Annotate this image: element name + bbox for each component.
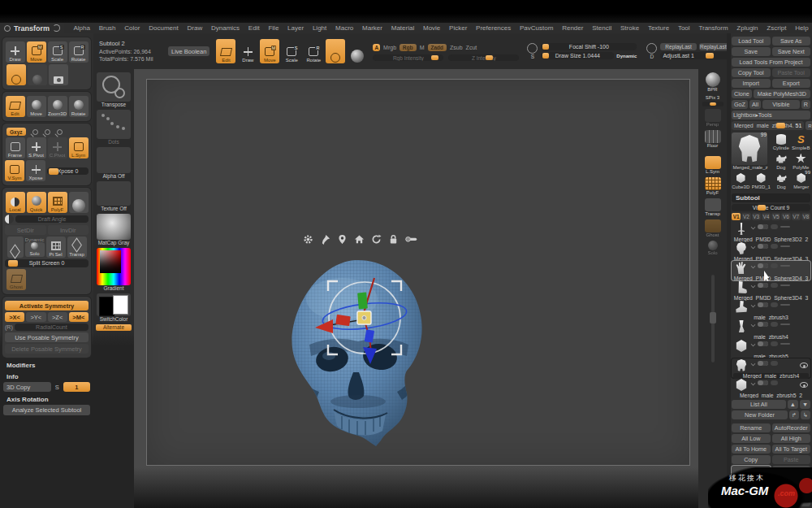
magnify-icon[interactable] bbox=[32, 129, 38, 135]
point-select-button[interactable]: Pt Sel bbox=[46, 237, 66, 258]
gyro-toggle-button[interactable] bbox=[326, 39, 345, 63]
load-tool-button[interactable]: Load Tool bbox=[732, 37, 771, 46]
clone-button[interactable]: Clone bbox=[732, 89, 752, 98]
zadd-button[interactable]: Zadd bbox=[428, 44, 447, 51]
rotate-canvas-button[interactable]: Rotate bbox=[69, 96, 89, 117]
perspective-button[interactable]: Persp bbox=[701, 109, 725, 128]
rgb-intensity-handle[interactable] bbox=[431, 55, 438, 60]
subtool-item[interactable]: Merged_male_zbrush5_2 bbox=[732, 378, 810, 397]
document-area[interactable] bbox=[146, 79, 690, 466]
xpose-slider[interactable]: Xpose 0 bbox=[47, 167, 89, 175]
insert-button[interactable]: Insert bbox=[772, 476, 811, 485]
axis-rotation-heading[interactable]: Axis Rotation bbox=[6, 396, 93, 403]
draw-pointer-button[interactable]: Draw bbox=[238, 39, 257, 63]
adjust-last-handle[interactable] bbox=[706, 53, 714, 59]
local-symmetry-button[interactable]: L.Sym bbox=[69, 137, 89, 158]
scale-mode-button[interactable]: SScale bbox=[48, 41, 67, 63]
spix-slider[interactable]: SPix 3 bbox=[701, 95, 725, 106]
save-as-button[interactable]: Save As bbox=[772, 37, 811, 46]
gyro-button[interactable] bbox=[6, 64, 26, 85]
menu-render[interactable]: Render bbox=[558, 24, 588, 32]
spix-slider-track[interactable] bbox=[702, 102, 723, 106]
modifiers-heading[interactable]: Modifiers bbox=[6, 362, 93, 369]
export-button[interactable]: Export bbox=[772, 79, 811, 88]
move-canvas-button[interactable]: Move bbox=[27, 96, 46, 117]
split-screen-slider[interactable]: Split Screen 0 bbox=[5, 259, 89, 267]
material-selector[interactable]: MatCap Gray bbox=[96, 214, 132, 246]
import-button[interactable]: Import bbox=[732, 79, 771, 88]
info-heading[interactable]: Info bbox=[6, 373, 93, 380]
lock-icon[interactable] bbox=[388, 234, 399, 245]
all-to-target-button[interactable]: All To Target bbox=[772, 445, 811, 454]
duplicate-button[interactable]: Duplicate bbox=[732, 466, 771, 485]
zoom3d-button[interactable]: Zoom3D bbox=[48, 96, 67, 117]
autoreorder-button[interactable]: AutoReorder bbox=[772, 423, 811, 432]
reset-icon[interactable] bbox=[371, 234, 382, 245]
magnify-icon[interactable] bbox=[57, 129, 63, 135]
activate-symmetry-button[interactable]: Activate Symmetry bbox=[5, 301, 89, 310]
del-all-button[interactable]: Del All bbox=[772, 497, 811, 506]
spix-handle[interactable] bbox=[710, 102, 716, 106]
m-button[interactable]: M bbox=[420, 45, 425, 50]
transform-palette-header[interactable]: Transform bbox=[0, 23, 64, 33]
texture-selector[interactable]: Texture Off bbox=[96, 181, 132, 212]
zcut-button[interactable]: Zcut bbox=[466, 45, 477, 50]
list-all-button[interactable]: List All bbox=[732, 400, 786, 409]
move-mode-button[interactable]: MMove bbox=[27, 41, 46, 63]
move-down-button[interactable]: ▼ bbox=[800, 400, 810, 409]
tool-thumb-cylinder[interactable]: Cylinde bbox=[771, 132, 791, 151]
menu-material[interactable]: Material bbox=[387, 24, 418, 32]
live-boolean-button[interactable]: Live Boolean bbox=[168, 46, 209, 56]
sym-m-button[interactable]: >M< bbox=[69, 312, 89, 322]
home-icon[interactable] bbox=[354, 234, 365, 245]
frame-button[interactable]: Frame bbox=[6, 137, 25, 158]
z-intensity-slider[interactable]: Z Intensity bbox=[448, 54, 519, 61]
stroke-dots[interactable]: Dots bbox=[96, 110, 132, 145]
draw-mode-button[interactable]: Draw bbox=[6, 41, 25, 63]
subtool-item-active[interactable]: Merged_male_zbrush4 bbox=[732, 358, 810, 378]
load-tools-from-project-button[interactable]: Load Tools From Project bbox=[732, 58, 810, 67]
subtool-item[interactable]: Merged_PM3D_Sphere3D4_3 bbox=[732, 241, 810, 261]
menu-zscript[interactable]: Zscript bbox=[762, 24, 791, 32]
z-intensity-handle[interactable] bbox=[486, 55, 493, 60]
use-posable-symmetry-button[interactable]: Use Posable Symmetry bbox=[5, 332, 89, 342]
ghost-button[interactable]: Ghost bbox=[701, 219, 725, 238]
menu-movie[interactable]: Movie bbox=[419, 24, 445, 32]
all-to-home-button[interactable]: All To Home bbox=[732, 445, 771, 454]
menu-tool[interactable]: Tool bbox=[674, 24, 694, 32]
tray-divider[interactable] bbox=[727, 33, 731, 508]
new-folder-button[interactable]: New Folder bbox=[732, 410, 788, 419]
switch-icon[interactable] bbox=[405, 234, 418, 245]
menu-light[interactable]: Light bbox=[309, 24, 331, 32]
transparency-button[interactable]: Transp bbox=[67, 237, 87, 258]
subtool-section-header[interactable]: Subtool bbox=[732, 193, 810, 202]
menu-brush[interactable]: Brush bbox=[94, 24, 120, 32]
subtool-item[interactable]: Merged_PM3D_Sphere3D4_3 bbox=[732, 280, 810, 300]
menu-stroke[interactable]: Stroke bbox=[616, 24, 644, 32]
canvas-scrollbar[interactable] bbox=[711, 275, 715, 363]
local-symmetry-button[interactable]: L.Sym bbox=[701, 156, 725, 175]
current-tool-handle[interactable] bbox=[776, 123, 785, 128]
tool-thumb-dog[interactable]: Dog bbox=[771, 152, 791, 171]
snapshot-button[interactable] bbox=[49, 64, 68, 85]
solo-button[interactable]: Solo bbox=[25, 242, 45, 257]
draw-size-slider[interactable]: Draw Size 1.0444 bbox=[541, 52, 614, 59]
ghost-cube-button[interactable] bbox=[7, 237, 24, 258]
menu-pavcustom[interactable]: PavCustom bbox=[516, 24, 558, 32]
magnify-icon[interactable] bbox=[45, 129, 50, 135]
menu-dynamics[interactable]: Dynamics bbox=[207, 24, 244, 32]
transpose-line-tool[interactable]: Transpose bbox=[96, 72, 132, 108]
dynamic-toggle[interactable]: Dynamic bbox=[616, 54, 637, 59]
menu-macro[interactable]: Macro bbox=[331, 24, 358, 32]
viewport-canvas[interactable] bbox=[134, 69, 698, 508]
tool-thumb-merger[interactable]: 99 Merger bbox=[792, 172, 810, 190]
menu-help[interactable]: Help bbox=[791, 24, 812, 32]
tab-v8[interactable]: V8 bbox=[801, 213, 810, 220]
visible-count-handle[interactable] bbox=[758, 205, 766, 211]
polyframe-button[interactable]: PolyF bbox=[48, 192, 67, 213]
menu-layer[interactable]: Layer bbox=[283, 24, 309, 32]
color-picker[interactable]: Gradient bbox=[96, 248, 132, 292]
focal-shift-handle[interactable] bbox=[542, 44, 549, 50]
menu-color[interactable]: Color bbox=[120, 24, 145, 32]
menu-document[interactable]: Document bbox=[145, 24, 183, 32]
